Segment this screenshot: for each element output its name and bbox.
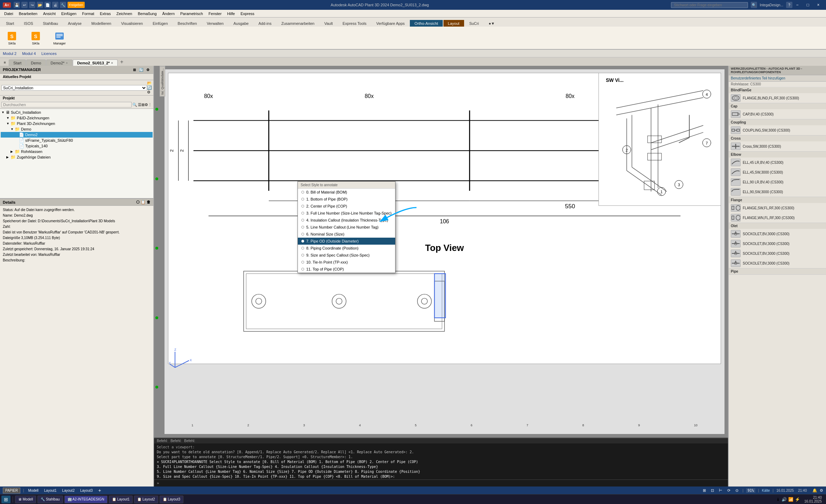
dd-item-0[interactable]: 0. Bill of Material (BOM) [298,189,395,196]
rp-section-header-olet[interactable]: Olet [729,223,826,229]
dd-item-2[interactable]: 2. Center of Pipe (COP) [298,203,395,210]
tree-toggle-pid[interactable]: ▼ [6,116,10,120]
menu-einfuegen[interactable]: Einfügen [58,11,79,16]
ribbon-tab-visualisieren[interactable]: Visualisieren [117,20,147,27]
sb-settings-icon[interactable]: ⚙ [820,488,823,492]
ribbon-tab-menu[interactable]: ●▼ [484,20,499,27]
status-model[interactable]: Modell [28,489,38,492]
tab-demo2[interactable]: Demo2* × [46,59,72,66]
tree-toggle-sucri[interactable]: ▼ [1,111,6,114]
qa-extra1[interactable]: 🔧 [60,2,66,8]
pm-settings-icon[interactable]: ⚙ [145,103,148,107]
dd-item-9[interactable]: 9. Size and Spec Callout (Size-Spec) [298,252,395,259]
rp-item-elbow-2[interactable]: ELL,45,SW,3000 (CS300) [729,167,826,177]
pm-icon2[interactable]: 🔄 [138,67,144,72]
pm-select-icon3[interactable]: ⚙ [147,90,152,94]
qa-redo[interactable]: ↪ [29,2,35,8]
tab-demo2-close[interactable]: × [66,61,68,65]
rp-item-blindflange-1[interactable]: FLANGE,BLIND,FL,RF,300 (CS300) [729,93,826,103]
tree-toggle-zugehorige[interactable]: ▶ [6,155,10,159]
menu-bemaszung[interactable]: Bemaßung [135,11,160,16]
tab-start[interactable]: Start [9,59,26,66]
pm-search-input[interactable] [1,102,132,107]
qa-save[interactable]: 💾 [14,2,20,8]
status-layout1[interactable]: Layout1 [44,489,57,492]
module-2[interactable]: Modul 2 [3,51,16,56]
menu-hilfe[interactable]: Hilfe [224,11,238,16]
maximize-btn[interactable]: □ [803,1,813,9]
ribbon-btn-sikla1[interactable]: S SiKla [3,29,21,47]
pm-project-select[interactable]: SuCri_Installation [1,85,147,91]
ribbon-tab-ausgabe[interactable]: Ausgabe [229,20,253,27]
ribbon-tab-verwalten[interactable]: Verwalten [202,20,228,27]
tree-item-zugehorige[interactable]: ▶ 📁 Zugehörige Dateien [1,154,153,160]
tree-item-pid[interactable]: ▼ 📁 P&ID-Zeichnungen [1,115,153,121]
help-icon[interactable]: ? [786,2,792,8]
ribbon-tab-sucri[interactable]: SuCri [465,20,484,27]
rp-scroll-area[interactable]: BlindFlanGe FLANGE,BLIND,FL,RF,300 (CS30… [729,87,826,486]
ribbon-tab-beschriften[interactable]: Beschriften [173,20,202,27]
rp-item-elbow-3[interactable]: ELL,90 LR,BV,40 (CS300) [729,177,826,187]
rp-section-header-elbow[interactable]: Elbow [729,152,826,158]
menu-zeichnen[interactable]: Zeichnen [113,11,135,16]
new-tab-btn[interactable]: + [118,58,126,66]
sys-icon-1[interactable]: 🌡 [776,497,780,502]
dd-item-6[interactable]: 6. Nominal Size (Size) [298,231,395,238]
qa-new[interactable]: 📄 [44,2,51,8]
menu-ansicht[interactable]: Ansicht [40,11,58,16]
sb-polar-icon[interactable]: ⟳ [727,488,730,493]
tree-item-rohrklassen[interactable]: ▶ 📁 Rohrklassen [1,149,153,154]
taskbar-btn-layout1[interactable]: 📋 Layout1 [109,496,133,503]
taskbar-btn-layout2[interactable]: 📋 Layout2 [134,496,158,503]
pm-search-icon[interactable]: 🔍 [132,102,138,108]
dd-item-8[interactable]: 8. Piping Coordinate (Position) [298,245,395,252]
tab-menu-btn[interactable]: ≡ [1,59,8,66]
menu-andern[interactable]: Ändern [160,11,177,16]
status-layout2[interactable]: Layout2 [62,489,75,492]
dd-item-7[interactable]: 7. Pipe OD (Outside Diameter) [298,238,395,245]
rp-section-header-blindflange[interactable]: BlindFlanGe [729,87,826,93]
menu-extras[interactable]: Extras [97,11,113,16]
rp-item-olet-3[interactable]: SOCKOLET,BV,3000 (CS300) [729,248,826,258]
paper-label[interactable]: PAPIER [3,488,20,493]
qa-undo[interactable]: ↩ [21,2,28,8]
status-layout3[interactable]: Layout3 [80,489,93,492]
ribbon-btn-sikla2[interactable]: S SiKla [27,29,45,47]
sys-icon-3[interactable]: 📶 [788,497,793,502]
tab-demo[interactable]: Demo [26,59,46,66]
rp-item-elbow-4[interactable]: ELL,90,SW,3000 (CS300) [729,187,826,197]
ribbon-tab-addins[interactable]: Add-ins [254,20,276,27]
ribbon-tab-isos[interactable]: ISOS [19,20,37,27]
rp-item-olet-4[interactable]: SOCKOLET,BV,3000 (CS300) [729,258,826,268]
module-licences[interactable]: Licences [41,51,56,56]
taskbar-btn-stahlbau[interactable]: 🔧 Stahlbau [37,496,63,503]
tab-su013-close[interactable]: × [111,61,113,65]
ribbon-tab-modellieren[interactable]: Modellieren [87,20,116,27]
pm-icon1[interactable]: ⊞ [132,67,137,72]
pm-expand-icon[interactable]: ⊞ [141,103,145,107]
menu-datei[interactable]: Datei [1,11,16,16]
details-icon2[interactable]: 📋 [141,200,146,204]
tree-item-typicals[interactable]: 📄 Typicals_140 [1,143,153,149]
details-icon3[interactable]: 🗑 [147,200,150,204]
dd-item-11[interactable]: 11. Top of Pipe (COP) [298,266,395,273]
rp-item-elbow-1[interactable]: ELL,45 LR,BV,40 (CS300) [729,158,826,167]
add-layout-btn[interactable]: + [98,488,101,493]
rp-item-cross-1[interactable]: Cross,SW,3000 (CS300) [729,141,826,151]
dd-item-5[interactable]: 5. Line Number Callout (Line Number Tag) [298,224,395,231]
ribbon-tab-vault[interactable]: Vault [320,20,337,27]
tree-toggle-plant3d[interactable]: ▼ [6,122,10,125]
search-input[interactable] [671,2,748,8]
taskbar-btn-integadesign[interactable]: 🏢 A2-INTEGADESIGN [64,496,107,503]
details-icon1[interactable]: ⬡ [136,200,140,204]
ribbon-tab-start[interactable]: Start [1,20,19,27]
tree-toggle-demo-folder[interactable]: ▼ [10,127,15,131]
sb-ortho-icon[interactable]: ⊢ [719,488,722,493]
minimize-btn[interactable]: − [792,1,802,9]
ribbon-tab-ortho[interactable]: Ortho-Ansicht [410,20,442,27]
menu-fenster[interactable]: Fenster [206,11,224,16]
qa-open[interactable]: 📂 [37,2,43,8]
tree-item-sucri[interactable]: ▼ 🖥 SuCri_Installation [1,110,153,115]
rp-section-header-cross[interactable]: Cross [729,135,826,141]
rp-item-olet-2[interactable]: SOCKOLET,BV,3000 (CS300) [729,239,826,248]
